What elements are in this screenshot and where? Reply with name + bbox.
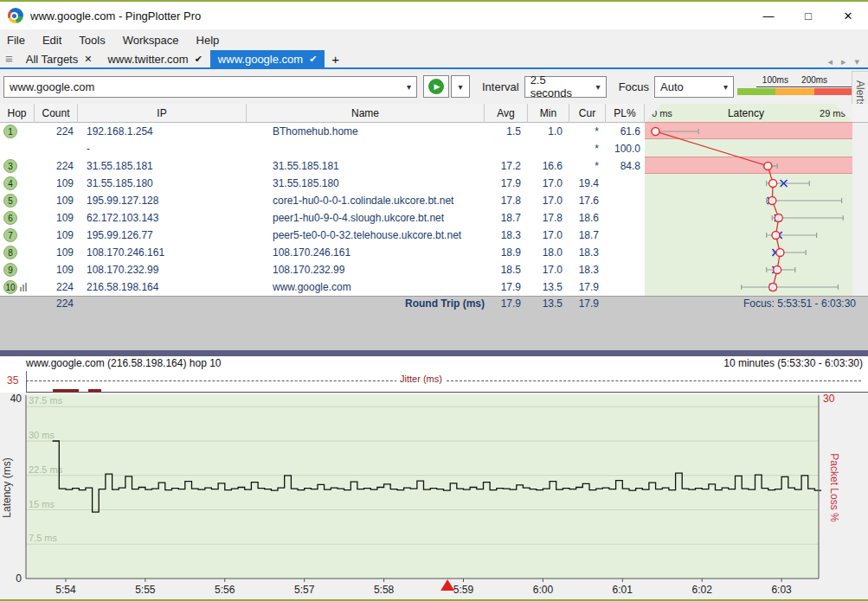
check-icon[interactable]: ✔ (309, 54, 317, 65)
name-cell: 31.55.185.180 (247, 175, 485, 192)
menu-item-file[interactable]: File (0, 29, 34, 50)
scale-label-100ms: 100ms (762, 75, 788, 85)
column-header-min[interactable]: Min (528, 104, 569, 123)
menu-item-help[interactable]: Help (188, 29, 228, 50)
latency-max-label: 29 ms (816, 108, 849, 118)
column-header-ip[interactable]: IP (78, 104, 247, 123)
summary-cur: 17.9 (569, 297, 606, 310)
min-cell: 17.0 (528, 227, 569, 244)
cur-cell: 17.9 (569, 278, 606, 296)
table-row[interactable]: 1224192.168.1.254BThomehub.home1.51.0*61… (0, 123, 645, 140)
ip-cell: 108.170.232.99 (78, 261, 247, 278)
table-row[interactable]: 322431.55.185.18131.55.185.18117.216.6*8… (0, 157, 645, 175)
count-cell: 109 (35, 261, 78, 278)
ip-cell: 216.58.198.164 (78, 278, 247, 296)
ip-cell: 195.99.127.128 (78, 192, 247, 209)
tab-All-Targets[interactable]: All Targets✕ (18, 50, 100, 67)
column-header-avg[interactable]: Avg (485, 104, 528, 123)
svg-text:40: 40 (10, 393, 23, 405)
window-title: www.google.com - PingPlotter Pro (30, 10, 201, 22)
avg-cell: 17.9 (485, 175, 528, 192)
table-row[interactable]: 10224216.58.198.164www.google.com17.913.… (0, 278, 645, 296)
svg-text:5:59: 5:59 (453, 584, 474, 596)
start-options-dropdown[interactable]: ▾ (451, 75, 470, 98)
round-trip-summary-row: 224 Round Trip (ms) 17.9 13.5 17.9 Focus… (0, 296, 868, 310)
cur-cell: 19.4 (569, 175, 606, 192)
table-row[interactable]: 5109195.99.127.128core1-hu0-0-0-1.colind… (0, 192, 645, 209)
trace-table-header: 0 ms Latency 29 ms HopCountIPNameAvgMinC… (0, 104, 868, 123)
summary-count: 224 (35, 297, 78, 310)
min-cell: 17.0 (528, 261, 569, 278)
timeline-header: www.google.com (216.58.198.164) hop 10 1… (0, 356, 868, 371)
svg-text:7.5 ms: 7.5 ms (29, 533, 58, 543)
column-header-pl[interactable]: PL% (606, 104, 645, 123)
check-icon[interactable]: ✔ (195, 54, 203, 65)
jitter-strip[interactable]: 35 Jitter (ms) (0, 371, 868, 393)
min-cell: 13.5 (528, 278, 569, 296)
tab-www-twitter-com[interactable]: www.twitter.com✔ (100, 50, 209, 67)
avg-cell: 18.5 (485, 261, 528, 278)
svg-text:5:55: 5:55 (135, 584, 156, 596)
name-cell: 31.55.185.181 (247, 157, 485, 175)
hop-cell: 1 (0, 123, 35, 140)
jitter-bar (88, 389, 101, 392)
latency-min-label: 0 ms (648, 108, 676, 118)
tab-overflow-icon[interactable]: ▾ (854, 56, 859, 67)
count-cell: 224 (35, 278, 78, 296)
table-row[interactable]: 610962.172.103.143peer1-hu0-9-0-4.slough… (0, 209, 645, 227)
new-tab-button[interactable]: + (325, 52, 346, 67)
hop-cell: 7 (0, 227, 35, 244)
hop-cell: 3 (0, 157, 35, 175)
target-combobox[interactable]: www.google.com ▾ (3, 76, 417, 98)
tab-scroll-left-icon[interactable]: ◂ (827, 56, 833, 67)
minimize-button[interactable]: — (749, 2, 788, 29)
menu-item-tools[interactable]: Tools (70, 29, 113, 50)
packet-loss-cell: 100.0 (606, 140, 645, 157)
close-icon[interactable]: ✕ (84, 54, 92, 65)
column-header-count[interactable]: Count (35, 104, 78, 123)
tab-www-google-com[interactable]: www.google.com✔ (210, 50, 325, 67)
hop-number-badge: 5 (3, 194, 17, 208)
avg-cell: 18.9 (485, 244, 528, 261)
hop-number-badge: 4 (3, 176, 17, 190)
tab-scroll-right-icon[interactable]: ▸ (841, 56, 846, 67)
trace-table-body: 1224192.168.1.254BThomehub.home1.51.0*61… (0, 123, 868, 296)
focus-combobox[interactable]: Auto ▾ (654, 76, 734, 98)
table-row[interactable]: -*100.0 (0, 140, 645, 157)
column-header-name[interactable]: Name (247, 104, 485, 123)
menu-item-workspace[interactable]: Workspace (114, 29, 188, 50)
summary-avg: 17.9 (485, 297, 528, 310)
table-row[interactable]: 410931.55.185.18031.55.185.18017.917.019… (0, 175, 645, 192)
column-header-hop[interactable]: Hop (0, 104, 35, 123)
table-row[interactable]: 7109195.99.126.77peer5-te0-0-0-32.teleho… (0, 227, 645, 244)
pane-splitter[interactable] (0, 350, 868, 356)
count-cell: 109 (35, 227, 78, 244)
start-trace-button[interactable]: ▶ (423, 75, 449, 98)
close-button[interactable]: ✕ (828, 2, 868, 29)
name-cell: 108.170.246.161 (247, 244, 485, 261)
title-bar: www.google.com - PingPlotter Pro — □ ✕ (0, 2, 868, 29)
jitter-max-label: 35 (7, 374, 18, 387)
avg-cell: 18.3 (485, 227, 528, 244)
table-row[interactable]: 9109108.170.232.99108.170.232.9918.517.0… (0, 261, 645, 278)
cur-cell: 18.3 (569, 244, 606, 261)
interval-combobox[interactable]: 2.5 seconds ▾ (524, 76, 607, 98)
latency-axis-label: Latency (ms) (1, 457, 13, 517)
column-header-cur[interactable]: Cur (569, 104, 606, 123)
svg-text:6:02: 6:02 (692, 584, 713, 596)
timeline-latency-chart[interactable]: 7.5 ms15 ms22.5 ms30 ms37.5 ms400305:545… (0, 393, 868, 601)
avg-cell: 17.9 (485, 278, 528, 296)
table-row[interactable]: 8109108.170.246.161108.170.246.16118.918… (0, 244, 645, 261)
menu-item-edit[interactable]: Edit (34, 29, 70, 50)
svg-text:30 ms: 30 ms (29, 430, 55, 440)
avg-cell: 18.7 (485, 209, 528, 227)
jitter-axis (26, 371, 27, 393)
hamburger-icon[interactable]: ≡ (0, 51, 18, 67)
hop-number-badge: 7 (3, 228, 17, 242)
maximize-button[interactable]: □ (788, 2, 828, 29)
hop-cell: 4 (0, 175, 35, 192)
toolbar: www.google.com ▾ ▶ ▾ Interval 2.5 second… (0, 69, 868, 104)
latency-title: Latency (728, 107, 764, 119)
name-cell: BThomehub.home (247, 123, 485, 140)
packet-loss-cell (606, 227, 645, 244)
